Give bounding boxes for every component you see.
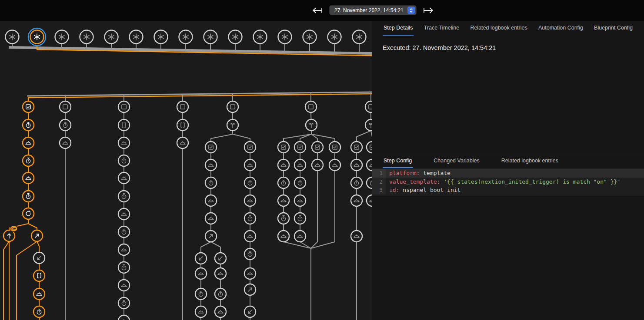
trace-node-service[interactable] bbox=[329, 159, 340, 171]
trace-node-trigger[interactable] bbox=[80, 30, 93, 44]
trace-node-service[interactable] bbox=[118, 244, 130, 255]
trace-node-trigger[interactable] bbox=[254, 30, 267, 44]
trace-node-service[interactable] bbox=[367, 159, 372, 171]
trace-node-trigger[interactable] bbox=[204, 30, 217, 44]
trace-node-square[interactable] bbox=[365, 101, 372, 112]
trace-node-service[interactable] bbox=[215, 306, 226, 317]
trace-node-service[interactable] bbox=[244, 231, 256, 242]
trace-node-service[interactable] bbox=[195, 306, 207, 317]
previous-run-button[interactable] bbox=[310, 6, 324, 15]
trace-node-service[interactable] bbox=[294, 159, 306, 171]
trace-node-repeat[interactable] bbox=[23, 208, 34, 219]
trace-node-trigger[interactable] bbox=[328, 30, 341, 44]
trace-node-split[interactable] bbox=[365, 119, 372, 131]
trace-node-condition[interactable] bbox=[367, 142, 372, 153]
trace-node-timer[interactable] bbox=[195, 288, 207, 300]
trace-node-service[interactable] bbox=[278, 159, 289, 171]
trace-node-service[interactable] bbox=[118, 172, 130, 184]
trace-node-square[interactable] bbox=[305, 101, 317, 112]
trace-node-square[interactable] bbox=[60, 101, 71, 112]
trace-node-split[interactable] bbox=[227, 119, 238, 131]
trace-node-trigger[interactable] bbox=[55, 30, 69, 44]
trace-node-timer[interactable] bbox=[244, 213, 256, 224]
trace-node-timer[interactable] bbox=[23, 191, 34, 202]
trace-node-service[interactable] bbox=[60, 137, 71, 148]
trace-node-square[interactable] bbox=[177, 101, 188, 112]
trace-node-condition[interactable] bbox=[205, 142, 217, 153]
trace-node-timer[interactable] bbox=[278, 213, 289, 224]
tab-blueprint-config[interactable]: Blueprint Config bbox=[593, 21, 634, 36]
trace-node-brackets[interactable] bbox=[33, 270, 45, 281]
trace-node-service[interactable] bbox=[205, 213, 217, 224]
trace-node-timer[interactable] bbox=[367, 177, 372, 188]
trace-node-arrow-branch[interactable] bbox=[244, 284, 256, 295]
trace-node-trigger[interactable] bbox=[28, 28, 46, 46]
tab-automation-config[interactable]: Automation Config bbox=[537, 21, 584, 36]
trace-node-service[interactable] bbox=[118, 137, 130, 148]
trace-node-arrow-exit[interactable] bbox=[244, 306, 256, 317]
trace-node-service[interactable] bbox=[351, 195, 362, 206]
trace-node-service[interactable] bbox=[205, 195, 217, 206]
tab-step-details[interactable]: Step Details bbox=[383, 21, 414, 36]
tab-related-logbook-entries[interactable]: Related logbook entries bbox=[469, 21, 528, 36]
trace-node-service[interactable] bbox=[294, 231, 306, 242]
trace-node-trigger[interactable] bbox=[278, 30, 292, 44]
trace-node-arrow-branch[interactable] bbox=[205, 231, 217, 242]
trace-node-arrow-branch[interactable] bbox=[31, 230, 43, 241]
trace-node-timer[interactable] bbox=[118, 297, 130, 309]
trace-node-service[interactable] bbox=[118, 208, 130, 220]
trace-node-trigger[interactable] bbox=[229, 30, 242, 44]
trace-node-condition[interactable] bbox=[294, 142, 306, 153]
tab-related-logbook-entries-bottom[interactable]: Related logbook entries bbox=[501, 154, 559, 168]
trace-node-service[interactable] bbox=[195, 268, 207, 279]
trace-node-service[interactable] bbox=[367, 195, 372, 206]
trace-node-condition[interactable] bbox=[312, 142, 323, 153]
trace-node-condition[interactable] bbox=[23, 101, 34, 112]
trace-node-trigger[interactable] bbox=[6, 30, 19, 44]
trace-node-arrow-exit[interactable] bbox=[195, 253, 207, 264]
trace-node-timer[interactable] bbox=[244, 177, 256, 188]
trace-node-trigger[interactable] bbox=[303, 30, 317, 44]
tab-trace-timeline[interactable]: Trace Timeline bbox=[423, 21, 460, 36]
trace-node-timer[interactable] bbox=[215, 288, 226, 300]
trace-node-service[interactable] bbox=[23, 137, 34, 148]
trace-node-timer[interactable] bbox=[118, 262, 130, 273]
trace-node-trigger[interactable] bbox=[154, 30, 168, 44]
trace-node-service[interactable] bbox=[177, 137, 188, 148]
trace-node-timer[interactable] bbox=[244, 248, 256, 260]
trace-node-service[interactable] bbox=[278, 195, 289, 206]
trace-node-timer[interactable] bbox=[33, 306, 45, 317]
trace-node-service[interactable] bbox=[215, 268, 226, 279]
trace-node-service[interactable] bbox=[118, 315, 130, 320]
trace-node-brackets[interactable] bbox=[177, 119, 188, 131]
trace-node-service[interactable] bbox=[118, 280, 130, 291]
trace-node-service[interactable] bbox=[278, 231, 289, 242]
trace-node-service[interactable] bbox=[33, 288, 45, 300]
trace-node-trigger[interactable] bbox=[130, 30, 143, 44]
trace-node-square[interactable] bbox=[227, 101, 238, 112]
trace-node-service[interactable] bbox=[244, 195, 256, 206]
trace-node-service[interactable] bbox=[244, 268, 256, 279]
trace-node-brackets[interactable] bbox=[118, 119, 130, 131]
trace-node-service[interactable] bbox=[351, 231, 362, 242]
trace-node-arrow-exit[interactable] bbox=[33, 252, 45, 264]
trace-node-condition[interactable] bbox=[244, 142, 256, 153]
trace-node-timer[interactable] bbox=[23, 119, 34, 131]
trace-node-trigger[interactable] bbox=[179, 30, 193, 44]
trace-node-condition[interactable] bbox=[351, 142, 362, 153]
trace-node-timer[interactable] bbox=[294, 177, 306, 188]
trace-node-timer[interactable] bbox=[205, 177, 217, 188]
trace-node-condition[interactable] bbox=[278, 142, 289, 153]
trace-node-timer[interactable] bbox=[118, 226, 130, 238]
trace-node-trigger[interactable] bbox=[105, 30, 118, 44]
tab-changed-variables[interactable]: Changed Variables bbox=[433, 154, 480, 168]
trace-node-timer[interactable] bbox=[278, 177, 289, 188]
trace-run-select[interactable]: 27. November 2022, 14:54:21 bbox=[329, 5, 417, 15]
trace-node-timer[interactable] bbox=[351, 177, 362, 188]
trace-node-split[interactable] bbox=[306, 119, 317, 131]
next-run-button[interactable] bbox=[422, 6, 435, 15]
trace-node-service[interactable] bbox=[23, 172, 34, 184]
trace-node-trigger[interactable] bbox=[353, 30, 366, 44]
trace-node-square[interactable] bbox=[118, 101, 130, 112]
trace-node-service[interactable] bbox=[294, 195, 306, 206]
